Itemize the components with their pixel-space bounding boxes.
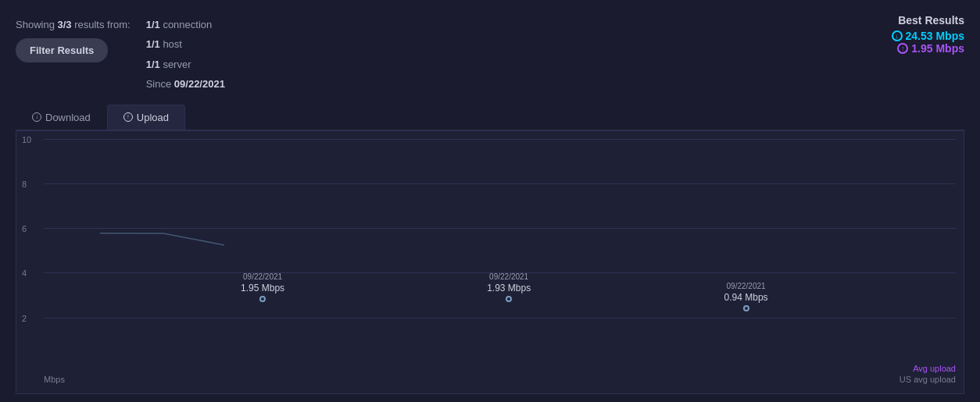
grid-line-2: 2 — [44, 318, 956, 318]
download-icon — [892, 30, 903, 41]
filter-results-button[interactable]: Filter Results — [16, 38, 108, 62]
best-results-download: 24.53 Mbps — [892, 30, 964, 42]
chart-grid: 10 8 6 4 2 09/22/2021 1.9 — [44, 139, 956, 362]
chart-svg — [44, 139, 278, 256]
data-point-3: 09/22/2021 0.94 Mbps — [724, 282, 768, 311]
grid-label-8: 8 — [22, 180, 27, 189]
grid-label-2: 2 — [22, 314, 27, 323]
best-results-title: Best Results — [892, 14, 964, 27]
y-axis-label: Mbps — [44, 375, 65, 384]
showing-prefix-block: Showing 3/3 results from: — [16, 14, 131, 34]
tab-download-label: Download — [45, 112, 91, 123]
data-point-2: 09/22/2021 1.93 Mbps — [487, 272, 531, 302]
data-point-2-value: 1.93 Mbps — [487, 283, 531, 293]
best-results-upload: 1.95 Mbps — [892, 42, 964, 55]
data-point-1-value: 1.95 Mbps — [241, 283, 284, 293]
tab-upload[interactable]: Upload — [107, 105, 185, 130]
data-point-2-date: 09/22/2021 — [489, 272, 528, 281]
data-point-3-dot — [743, 305, 749, 311]
legend-us-avg: US avg upload — [900, 375, 956, 384]
chart-legend: Avg upload US avg upload — [900, 364, 956, 384]
best-results-panel: Best Results 24.53 Mbps 1.95 Mbps — [892, 14, 964, 55]
tab-bar: Download Upload — [16, 105, 964, 130]
svg-line-1 — [163, 233, 224, 245]
data-point-2-dot — [506, 296, 512, 302]
grid-label-6: 6 — [22, 224, 27, 233]
showing-info: Showing 3/3 results from: Filter Results… — [16, 14, 225, 94]
top-left: Showing 3/3 results from: Filter Results… — [16, 14, 225, 94]
data-point-1-dot — [259, 296, 266, 302]
data-point-1: 09/22/2021 1.95 Mbps — [241, 272, 284, 302]
chart-area: 10 8 6 4 2 09/22/2021 1.9 — [16, 130, 964, 394]
grid-label-4: 4 — [22, 269, 27, 278]
main-container: Showing 3/3 results from: Filter Results… — [0, 0, 980, 402]
tab-download[interactable]: Download — [16, 105, 107, 130]
tab-upload-label: Upload — [137, 112, 169, 123]
upload-tab-icon — [123, 112, 133, 122]
top-bar: Showing 3/3 results from: Filter Results… — [16, 14, 964, 94]
download-tab-icon — [32, 112, 41, 122]
data-point-3-value: 0.94 Mbps — [724, 292, 768, 303]
data-point-3-date: 09/22/2021 — [727, 282, 766, 290]
best-download-value: 24.53 Mbps — [906, 30, 964, 42]
legend-avg-upload: Avg upload — [913, 364, 956, 373]
best-upload-value: 1.95 Mbps — [911, 42, 964, 55]
data-point-1-date: 09/22/2021 — [243, 272, 282, 281]
grid-label-10: 10 — [22, 135, 31, 144]
upload-icon — [897, 43, 908, 54]
